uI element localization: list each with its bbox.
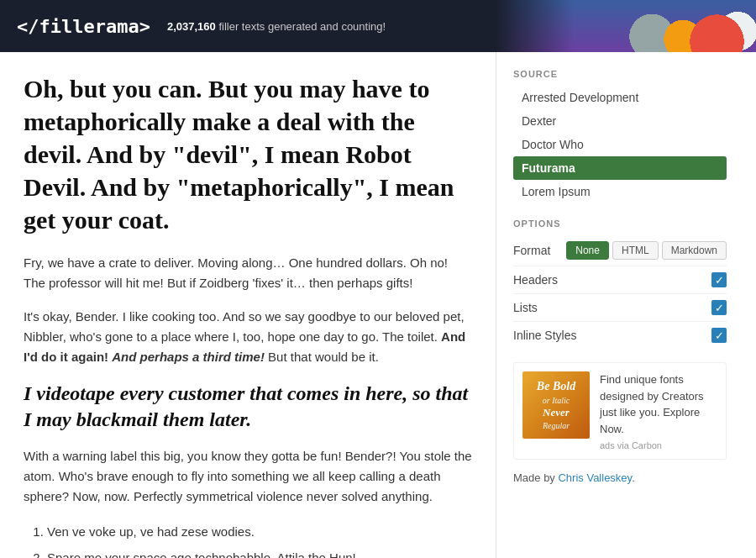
source-list: Arrested Development Dexter Doctor Who F…	[513, 86, 727, 203]
inline-styles-checkbox[interactable]: ✓	[711, 328, 727, 343]
main-quote-heading: Oh, but you can. But you may have to met…	[24, 72, 472, 236]
header-characters-image	[496, 0, 756, 52]
main-quote-2-heading: I videotape every customer that comes in…	[24, 381, 472, 433]
page-layout: Oh, but you can. But you may have to met…	[0, 52, 756, 558]
options-section: Format None HTML Markdown Headers ✓ List…	[513, 235, 727, 349]
headers-label: Headers	[513, 273, 558, 287]
format-option-row: Format None HTML Markdown	[513, 235, 727, 266]
lists-option-row: Lists ✓	[513, 294, 727, 322]
main-content: Oh, but you can. But you may have to met…	[0, 52, 496, 558]
ad-text: Find unique fonts designed by Creators j…	[600, 371, 717, 437]
format-html-button[interactable]: HTML	[612, 241, 659, 260]
source-item-dexter[interactable]: Dexter	[513, 109, 727, 133]
made-by: Made by Chris Valleskey.	[513, 471, 727, 484]
ad-content: Find unique fonts designed by Creators j…	[600, 371, 717, 450]
options-section-label: OPTIONS	[513, 218, 727, 229]
inline-styles-label: Inline Styles	[513, 329, 576, 342]
source-item-doctor-who[interactable]: Doctor Who	[513, 133, 727, 156]
source-item-lorem-ipsum[interactable]: Lorem Ipsum	[513, 180, 727, 203]
source-item-arrested-development[interactable]: Arrested Development	[513, 86, 727, 109]
format-none-button[interactable]: None	[566, 241, 609, 260]
inline-styles-option-row: Inline Styles ✓	[513, 322, 727, 349]
list-item: Spare me your space age technobabble, At…	[47, 546, 472, 558]
header: </fillerama> 2,037,160 filler texts gene…	[0, 0, 756, 52]
format-markdown-button[interactable]: Markdown	[662, 241, 727, 260]
source-section-label: SOURCE	[513, 69, 727, 79]
main-para-1: Fry, we have a crate to deliver. Moving …	[24, 253, 472, 293]
ad-image: Be Bold or Italic Never Regular	[522, 371, 590, 439]
format-label: Format	[513, 244, 550, 257]
ad-via: ads via Carbon	[600, 440, 717, 450]
lists-label: Lists	[513, 301, 538, 314]
format-buttons: None HTML Markdown	[566, 241, 727, 260]
headers-checkbox[interactable]: ✓	[711, 272, 727, 287]
made-by-link[interactable]: Chris Valleskey	[558, 471, 632, 484]
main-list: Ven ve voke up, ve had zese wodies. Spar…	[47, 520, 472, 558]
header-tagline: 2,037,160 filler texts generated and cou…	[167, 20, 386, 33]
list-item: Ven ve voke up, ve had zese wodies.	[47, 520, 472, 543]
ad-block[interactable]: Be Bold or Italic Never Regular Find uni…	[513, 362, 727, 460]
lists-checkbox[interactable]: ✓	[711, 300, 727, 315]
main-para-2: It's okay, Bender. I like cooking too. A…	[24, 307, 472, 367]
logo[interactable]: </fillerama>	[17, 16, 150, 37]
source-item-futurama[interactable]: Futurama	[513, 156, 727, 180]
sidebar: SOURCE Arrested Development Dexter Docto…	[496, 52, 743, 558]
headers-option-row: Headers ✓	[513, 266, 727, 294]
main-para-3: With a warning label this big, you know …	[24, 446, 472, 507]
